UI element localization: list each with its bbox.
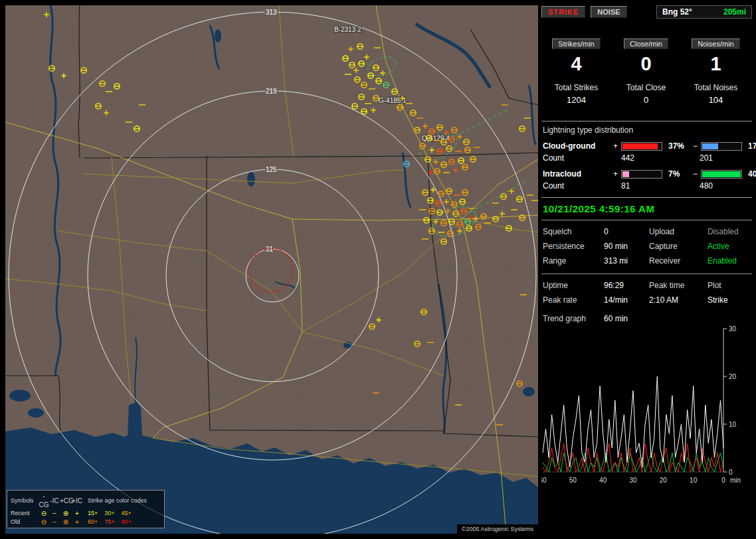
uptime-label: Uptime [543,281,604,290]
total-strikes-value: 1204 [541,95,611,105]
trend-window-value: 60 min [604,314,752,323]
upload-status: Disabled [708,227,752,236]
capture-label: Capture [649,242,708,251]
noise-button[interactable]: NOISE [591,6,626,18]
total-noises-value: 104 [681,95,751,105]
close-per-min-button[interactable]: Close/min [624,38,668,49]
plus-sign: + [613,169,621,179]
age-90: 90+ [122,518,132,526]
strikes-per-min-button[interactable]: Strikes/min [552,38,600,49]
legend-recent-label: Recent [11,509,39,518]
svg-text:20: 20 [660,477,668,484]
receiver-status: Enabled [708,256,752,266]
neg-cg-symbol: ⊖ [39,509,49,518]
ic-positive-pct: 7% [665,169,693,179]
map-legend: Symbols -CG -IC +CG +IC Strike age color… [7,490,165,528]
ic-count-row: Count 81 480 [543,181,752,191]
persistence-label: Persistence [543,242,604,251]
legend-pos-ic-header: +IC [72,497,82,505]
bearing-value: Bng 52° [662,7,692,17]
peak-rate-label: Peak rate [543,295,604,305]
age-15: 15+ [88,509,98,518]
svg-text:10: 10 [729,421,737,428]
svg-text:min: min [730,477,741,484]
intracloud-row: Intracloud + 7% − 40% [543,169,752,179]
ic-negative-count: 480 [700,181,752,191]
distribution-title: Lightning type distribution [543,125,752,135]
svg-text:30: 30 [729,325,737,333]
trend-graph-label: Trend graph [543,314,604,323]
minus-sign: − [693,141,701,151]
svg-text:313: 313 [266,9,277,16]
svg-text:125: 125 [266,166,277,173]
svg-text:30: 30 [629,477,637,484]
neg-cg-symbol-old: ⊖ [39,518,49,526]
ic-negative-bar [701,170,742,179]
legend-neg-cg-header: -CG [39,492,49,509]
minus-sign: − [693,169,701,179]
pos-cg-symbol-old: ⊕ [60,518,72,526]
svg-text:0: 0 [721,477,725,484]
neg-ic-symbol: − [49,509,60,518]
squelch-value: 0 [604,227,649,236]
legend-neg-ic-header: -IC [49,497,60,505]
legend-pos-cg-header: +CG [60,497,72,505]
svg-text:50: 50 [569,477,577,484]
plot-value: Strike [708,295,752,305]
distance-value: 205mi [723,7,746,17]
uptime-value: 96:29 [604,281,649,290]
cg-positive-bar [621,142,662,151]
age-60: 60+ [88,518,98,526]
strikes-per-min-value: 4 [541,53,611,75]
trend-label-row: Trend graph 60 min [543,314,752,323]
cg-negative-bar [701,142,742,151]
capture-status: Active [708,242,752,251]
age-75: 75+ [104,518,114,526]
svg-text:60: 60 [541,477,547,484]
bearing-display: Bng 52° 205mi [656,5,752,19]
svg-text:40: 40 [599,477,607,484]
cg-negative-pct: 17% [745,141,756,151]
legend-old-label: Old [11,518,39,526]
trend-graph: 30201006050403020100min [541,325,747,489]
rate-stats: Strikes/min 4 Total Strikes 1204 Close/m… [541,38,752,105]
cg-positive-count: 442 [621,153,700,163]
control-panel: STRIKE NOISE Bng 52° 205mi Strikes/min 4… [541,5,752,534]
ic-negative-pct: 40% [745,169,756,179]
ic-positive-count: 81 [621,181,700,191]
strike-button[interactable]: STRIKE [541,6,585,18]
upload-label: Upload [649,227,708,236]
age-45: 45+ [122,509,132,518]
legend-age-title: Strike age color codes [82,497,161,505]
svg-text:31: 31 [266,246,274,253]
cg-count-label: Count [543,153,621,163]
svg-text:B-2313 2: B-2313 2 [334,26,361,33]
svg-text:20: 20 [729,373,737,380]
noises-per-min-button[interactable]: Noises/min [692,38,739,49]
pos-ic-symbol-old: + [72,518,82,526]
svg-text:219: 219 [266,88,277,95]
plot-label: Plot [708,281,752,290]
legend-symbols-header: Symbols [11,497,39,505]
pos-cg-symbol: ⊕ [60,509,72,518]
intracloud-label: Intracloud [543,169,613,179]
cg-count-row: Count 442 201 [543,153,752,163]
total-close-label: Total Close [611,83,681,92]
range-value: 313 mi [604,256,649,266]
peak-time-value: 2:10 AM [649,295,708,305]
total-noises-label: Total Noises [681,83,751,92]
datetime-display: 10/21/2025 4:59:16 AM [543,203,752,214]
map-canvas: 31125219313 B-2313 2G-4185 1Q-6129 4 [5,5,538,534]
cloud-ground-row: Cloud-ground + 37% − 17% [543,141,752,151]
ic-count-label: Count [543,181,621,191]
receiver-label: Receiver [649,256,708,266]
settings-grid: Squelch 0 Upload Disabled Persistence 90… [543,227,752,266]
persistence-value: 90 min [604,242,649,251]
neg-ic-symbol-old: − [49,518,60,526]
lightning-map[interactable]: 31125219313 B-2313 2G-4185 1Q-6129 4 Sym… [5,5,538,534]
peak-rate-value: 14/min [604,295,649,305]
session-grid: Uptime 96:29 Peak time Plot Peak rate 14… [543,281,752,305]
cloud-ground-label: Cloud-ground [543,141,613,151]
cg-positive-pct: 37% [665,141,693,151]
age-30: 30+ [104,509,114,518]
